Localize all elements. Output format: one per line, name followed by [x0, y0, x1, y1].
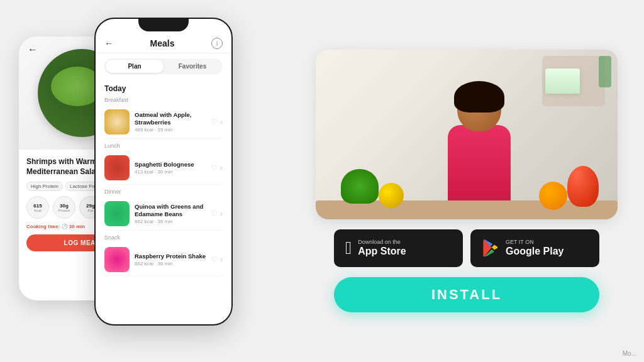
heart-icon-4[interactable]: ♡	[211, 255, 218, 264]
app-store-name: App Store	[358, 245, 406, 257]
page-container: ← Shrimps with Warm Mediterranean Salad …	[0, 0, 644, 362]
kitchen-photo-card	[316, 50, 618, 219]
macro-kcal: 615 Kcal	[26, 196, 49, 219]
meal-item-oatmeal[interactable]: Oatmeal with Apple, Strawberries 489 kca…	[104, 106, 223, 139]
meal-name-quinoa: Quinoa with Greens and Edamame Beans	[135, 203, 206, 217]
meal-thumb-raspberry	[104, 247, 130, 272]
tag-high-protein: High Protein	[26, 182, 63, 191]
section-dinner: Dinner	[104, 189, 223, 195]
meal-thumb-spaghetti	[104, 155, 130, 180]
plan-tabs: Plan Favorites	[104, 58, 223, 74]
chevron-right-icon-4[interactable]: ›	[220, 255, 223, 264]
meal-item-quinoa[interactable]: Quinoa with Greens and Edamame Beans 662…	[104, 197, 223, 231]
meal-name-spaghetti: Spaghetti Bolognese	[135, 161, 206, 168]
install-button[interactable]: INSTALL	[334, 277, 599, 312]
meal-meta-quinoa: 662 kcal · 36 min	[135, 219, 206, 224]
meals-content: Today Breakfast Oatmeal with Apple, Stra…	[96, 79, 231, 324]
macro-fat-value: 29g	[86, 203, 95, 209]
orange-icon	[539, 182, 567, 210]
tab-favorites[interactable]: Favorites	[164, 60, 221, 73]
meal-actions-spaghetti: ♡ ›	[211, 163, 223, 172]
red-pepper-icon	[567, 166, 599, 207]
phones-area: ← Shrimps with Warm Mediterranean Salad …	[19, 11, 296, 351]
phone-front: ← Meals i Plan Favorites Today Breakfast…	[94, 18, 233, 326]
meal-info-spaghetti: Spaghetti Bolognese 413 kcal · 30 min	[135, 161, 206, 175]
person-head	[457, 84, 501, 131]
section-lunch: Lunch	[104, 143, 223, 149]
meal-item-spaghetti[interactable]: Spaghetti Bolognese 413 kcal · 30 min ♡ …	[104, 151, 223, 185]
meals-header: ← Meals i	[96, 33, 231, 53]
macro-protein-label: Protein	[58, 209, 70, 212]
tab-plan[interactable]: Plan	[106, 60, 164, 73]
person-torso	[448, 125, 511, 207]
meal-thumb-quinoa	[104, 201, 130, 226]
meal-actions-raspberry: ♡ ›	[211, 255, 223, 264]
meals-title: Meals	[113, 38, 211, 48]
meal-actions-oatmeal: ♡ ›	[211, 118, 223, 126]
macro-protein: 30g Protein	[53, 196, 75, 219]
meal-meta-spaghetti: 413 kcal · 30 min	[135, 169, 206, 175]
meal-actions-quinoa: ♡ ›	[211, 209, 223, 218]
google-play-name: Google Play	[506, 245, 564, 257]
meal-name-raspberry: Raspberry Protein Shake	[135, 253, 206, 260]
apple-icon: 	[345, 239, 352, 257]
macro-fat-label: Fat	[88, 209, 94, 212]
app-store-text: Download on the App Store	[358, 239, 406, 257]
meal-item-raspberry[interactable]: Raspberry Protein Shake 662 kcal · 36 mi…	[104, 243, 223, 277]
right-area:  Download on the App Store GET IT ON	[308, 50, 625, 312]
plant-icon	[599, 56, 611, 87]
meals-back-arrow-icon[interactable]: ←	[104, 38, 113, 48]
meal-info-oatmeal: Oatmeal with Apple, Strawberries 489 kca…	[135, 111, 206, 133]
phone-front-inner: ← Meals i Plan Favorites Today Breakfast…	[96, 19, 231, 324]
back-arrow-icon[interactable]: ←	[28, 44, 38, 55]
meal-meta-raspberry: 662 kcal · 36 min	[135, 261, 206, 266]
salad-bowl-bg	[545, 69, 580, 94]
meal-info-raspberry: Raspberry Protein Shake 662 kcal · 36 mi…	[135, 253, 206, 266]
macro-kcal-value: 615	[33, 203, 42, 209]
google-play-subtitle: GET IT ON	[506, 239, 564, 245]
watermark: Mo...	[623, 350, 636, 357]
person-figure	[448, 125, 511, 207]
google-play-button[interactable]: GET IT ON Google Play	[470, 229, 599, 267]
heart-icon[interactable]: ♡	[211, 118, 218, 126]
download-buttons-row:  Download on the App Store GET IT ON	[334, 229, 599, 267]
broccoli-icon	[341, 169, 379, 204]
kitchen-scene	[316, 50, 618, 219]
section-snack: Snack	[104, 234, 223, 241]
heart-icon-2[interactable]: ♡	[211, 163, 218, 172]
app-store-subtitle: Download on the	[358, 239, 406, 245]
phone-notch	[138, 19, 189, 31]
meal-thumb-oatmeal	[104, 109, 130, 134]
install-label: INSTALL	[431, 287, 502, 303]
chevron-right-icon-2[interactable]: ›	[220, 163, 223, 172]
meal-info-quinoa: Quinoa with Greens and Edamame Beans 662…	[135, 203, 206, 224]
heart-icon-3[interactable]: ♡	[211, 209, 218, 218]
google-play-text: GET IT ON Google Play	[506, 239, 564, 257]
yellow-pepper-icon	[379, 183, 404, 208]
chevron-right-icon-3[interactable]: ›	[220, 209, 223, 218]
macro-protein-value: 30g	[60, 203, 69, 209]
person-hair	[454, 81, 504, 112]
meal-name-oatmeal: Oatmeal with Apple, Strawberries	[135, 111, 206, 126]
google-play-icon	[482, 239, 499, 257]
section-breakfast: Breakfast	[104, 97, 223, 103]
day-label: Today	[104, 84, 223, 93]
meal-meta-oatmeal: 489 kcal · 35 min	[135, 127, 206, 133]
chevron-right-icon[interactable]: ›	[220, 118, 223, 126]
info-icon[interactable]: i	[211, 38, 223, 49]
app-store-button[interactable]:  Download on the App Store	[334, 229, 463, 267]
macro-kcal-label: Kcal	[34, 209, 42, 212]
